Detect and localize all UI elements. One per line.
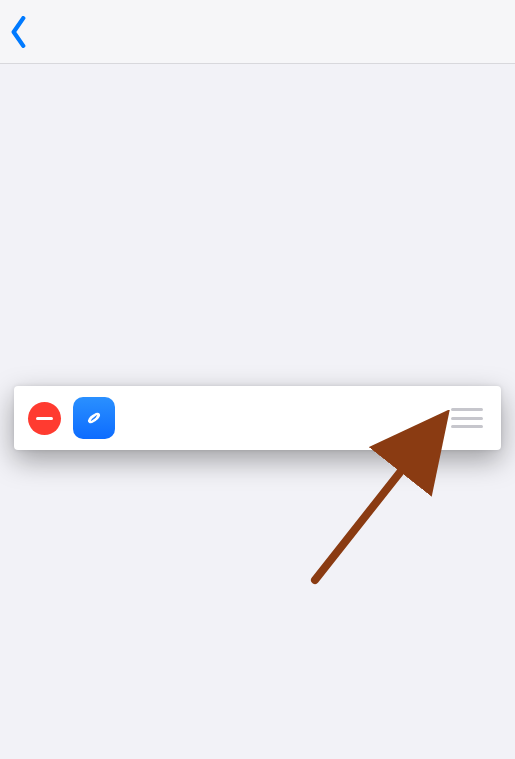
dragged-row-music-recognition[interactable]: [14, 386, 501, 450]
svg-line-0: [315, 428, 435, 580]
remove-button[interactable]: [28, 402, 61, 435]
drag-handle[interactable]: [451, 408, 483, 428]
nav-bar: [0, 0, 515, 64]
shazam-icon: [73, 397, 115, 439]
section-header: [0, 64, 515, 120]
chevron-left-icon: [6, 16, 32, 48]
back-button[interactable]: [0, 16, 34, 48]
